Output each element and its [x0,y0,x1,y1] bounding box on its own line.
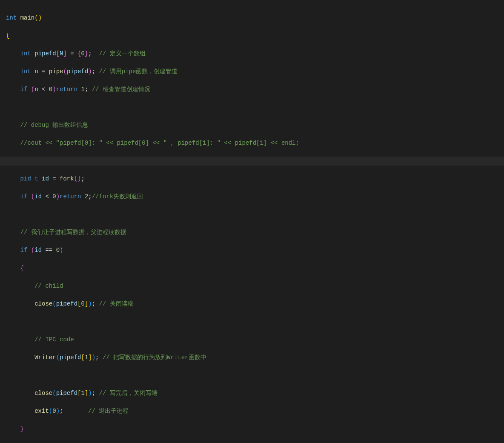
code-line-cursor [0,157,504,166]
code-line: // child [6,282,498,291]
code-line: int main() [6,14,498,23]
code-line: // debug 输出数组信息 [6,121,498,130]
code-editor: int main() { int pipefd[N] = {0}; // 定义一… [0,2,504,443]
code-line: // 我们让子进程写数据，父进程读数据 [6,228,498,237]
code-line: int n = pipe(pipefd); // 调用pipe函数，创建管道 [6,67,498,76]
code-line: close(pipefd[1]); // 写完后，关闭写端 [6,389,498,398]
code-line: close(pipefd[0]); // 关闭读端 [6,300,498,309]
code-line: int pipefd[N] = {0}; // 定义一个数组 [6,49,498,58]
code-line: if (id == 0) [6,246,498,255]
code-line: if (n < 0)return 1; // 检查管道创建情况 [6,85,498,94]
code-line: { [6,264,498,273]
code-line [6,103,498,112]
code-line: } [6,425,498,434]
code-line: exit(0); // 退出子进程 [6,407,498,416]
code-line: { [6,31,498,40]
code-line: pid_t id = fork(); [6,174,498,183]
code-line [6,371,498,380]
code-line: Writer(pipefd[1]); // 把写数据的行为放到Writer函数中 [6,353,498,362]
code-line: // IPC code [6,335,498,344]
code-line [6,317,498,326]
code-line [6,210,498,219]
code-line: //cout << "pipefd[0]: " << pipefd[0] << … [6,139,498,148]
code-line: if (id < 0)return 2;//fork失败则返回 [6,192,498,201]
